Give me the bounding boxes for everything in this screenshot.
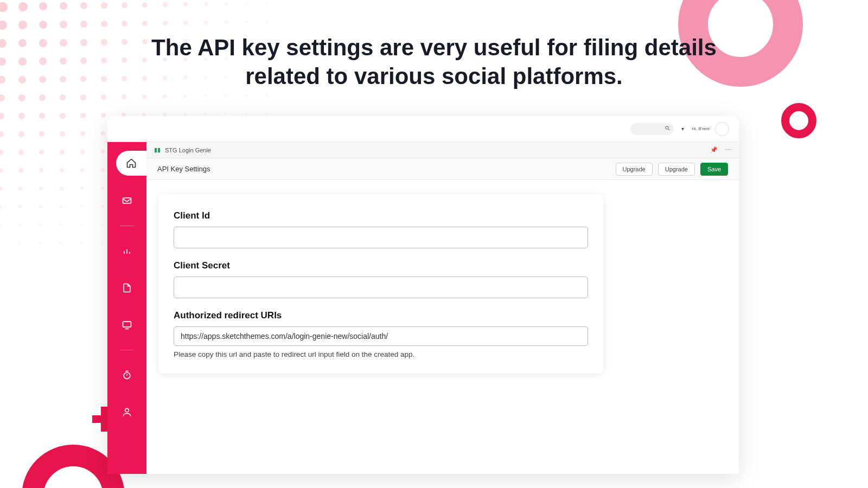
app-icon: ▮▮ [154, 146, 161, 153]
sidebar-item-home[interactable] [116, 151, 146, 176]
app-window: ▾ Hi, B'rent [107, 116, 739, 474]
avatar[interactable] [715, 122, 729, 136]
sidebar-item-user[interactable] [115, 400, 139, 424]
save-button[interactable]: Save [700, 163, 728, 176]
sidebar-separator [120, 226, 134, 226]
hero-title: The API key settings are very useful for… [0, 34, 868, 91]
upgrade-button[interactable]: Upgrade [616, 163, 653, 176]
sidebar-item-analytics[interactable] [115, 239, 139, 263]
search-icon [665, 125, 671, 132]
page-title: API Key Settings [157, 165, 210, 173]
sidebar-item-files[interactable] [115, 276, 139, 300]
client-id-label: Client Id [174, 210, 588, 221]
sidebar-item-mail[interactable] [115, 189, 139, 213]
svg-rect-6 [123, 322, 131, 327]
greeting-text: Hi, B'rent [692, 126, 710, 131]
content-area[interactable]: Client Id Client Secret Authorized redir… [146, 180, 739, 474]
svg-point-8 [124, 373, 130, 379]
breadcrumb: ▮▮ STG Login Genie 📌 ⋯ [146, 142, 739, 158]
redirect-uris-label: Authorized redirect URIs [174, 310, 588, 321]
redirect-uri-input[interactable] [174, 326, 588, 346]
sidebar [107, 142, 146, 474]
topbar: ▾ Hi, B'rent [107, 116, 739, 142]
client-secret-label: Client Secret [174, 260, 588, 271]
sidebar-item-display[interactable] [115, 313, 139, 337]
api-settings-card: Client Id Client Secret Authorized redir… [158, 194, 603, 374]
svg-line-1 [668, 129, 669, 130]
svg-point-11 [125, 408, 129, 412]
svg-point-0 [666, 126, 669, 130]
svg-rect-2 [123, 198, 131, 203]
title-bar: API Key Settings Upgrade Upgrade Save [146, 158, 739, 180]
decorative-ring-mid [781, 103, 816, 138]
redirect-help-text: Please copy this url and paste to redire… [174, 350, 588, 358]
pin-icon[interactable]: 📌 [710, 146, 718, 153]
upgrade-button-2[interactable]: Upgrade [658, 163, 695, 176]
sidebar-separator [120, 350, 134, 350]
sidebar-item-timer[interactable] [115, 363, 139, 387]
chevron-down-icon[interactable]: ▾ [679, 126, 686, 132]
client-id-input[interactable] [174, 227, 588, 248]
breadcrumb-app-name: STG Login Genie [165, 147, 211, 153]
more-icon[interactable]: ⋯ [725, 146, 731, 153]
client-secret-input[interactable] [174, 277, 588, 298]
search-input[interactable] [630, 123, 674, 135]
